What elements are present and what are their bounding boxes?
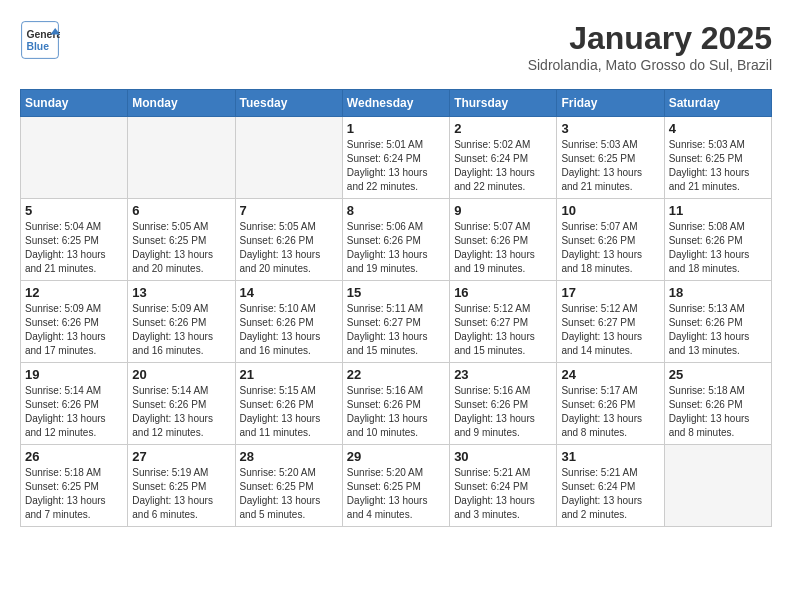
weekday-header: Tuesday: [235, 90, 342, 117]
weekday-header: Friday: [557, 90, 664, 117]
day-number: 22: [347, 367, 445, 382]
calendar-cell: 29Sunrise: 5:20 AM Sunset: 6:25 PM Dayli…: [342, 445, 449, 527]
calendar-cell: 9Sunrise: 5:07 AM Sunset: 6:26 PM Daylig…: [450, 199, 557, 281]
calendar-cell: 10Sunrise: 5:07 AM Sunset: 6:26 PM Dayli…: [557, 199, 664, 281]
day-number: 27: [132, 449, 230, 464]
day-number: 23: [454, 367, 552, 382]
day-number: 30: [454, 449, 552, 464]
calendar-cell: 11Sunrise: 5:08 AM Sunset: 6:26 PM Dayli…: [664, 199, 771, 281]
day-info: Sunrise: 5:21 AM Sunset: 6:24 PM Dayligh…: [454, 466, 552, 522]
day-number: 5: [25, 203, 123, 218]
day-info: Sunrise: 5:12 AM Sunset: 6:27 PM Dayligh…: [454, 302, 552, 358]
title-block: January 2025 Sidrolandia, Mato Grosso do…: [528, 20, 772, 73]
day-number: 21: [240, 367, 338, 382]
day-number: 14: [240, 285, 338, 300]
day-info: Sunrise: 5:09 AM Sunset: 6:26 PM Dayligh…: [25, 302, 123, 358]
calendar-cell: 1Sunrise: 5:01 AM Sunset: 6:24 PM Daylig…: [342, 117, 449, 199]
logo: General Blue: [20, 20, 64, 60]
calendar-week-row: 1Sunrise: 5:01 AM Sunset: 6:24 PM Daylig…: [21, 117, 772, 199]
weekday-header: Sunday: [21, 90, 128, 117]
day-number: 16: [454, 285, 552, 300]
weekday-header: Monday: [128, 90, 235, 117]
calendar-cell: 3Sunrise: 5:03 AM Sunset: 6:25 PM Daylig…: [557, 117, 664, 199]
day-number: 26: [25, 449, 123, 464]
svg-text:Blue: Blue: [26, 41, 49, 52]
calendar-cell: 28Sunrise: 5:20 AM Sunset: 6:25 PM Dayli…: [235, 445, 342, 527]
weekday-header: Wednesday: [342, 90, 449, 117]
day-info: Sunrise: 5:14 AM Sunset: 6:26 PM Dayligh…: [25, 384, 123, 440]
logo-icon: General Blue: [20, 20, 60, 60]
calendar-cell: 6Sunrise: 5:05 AM Sunset: 6:25 PM Daylig…: [128, 199, 235, 281]
day-info: Sunrise: 5:16 AM Sunset: 6:26 PM Dayligh…: [454, 384, 552, 440]
day-number: 8: [347, 203, 445, 218]
calendar-cell: 31Sunrise: 5:21 AM Sunset: 6:24 PM Dayli…: [557, 445, 664, 527]
day-number: 1: [347, 121, 445, 136]
calendar-cell: 4Sunrise: 5:03 AM Sunset: 6:25 PM Daylig…: [664, 117, 771, 199]
month-title: January 2025: [528, 20, 772, 57]
day-info: Sunrise: 5:17 AM Sunset: 6:26 PM Dayligh…: [561, 384, 659, 440]
day-info: Sunrise: 5:19 AM Sunset: 6:25 PM Dayligh…: [132, 466, 230, 522]
day-number: 19: [25, 367, 123, 382]
calendar-cell: 20Sunrise: 5:14 AM Sunset: 6:26 PM Dayli…: [128, 363, 235, 445]
day-info: Sunrise: 5:03 AM Sunset: 6:25 PM Dayligh…: [669, 138, 767, 194]
calendar-cell: [128, 117, 235, 199]
day-number: 18: [669, 285, 767, 300]
calendar-cell: 27Sunrise: 5:19 AM Sunset: 6:25 PM Dayli…: [128, 445, 235, 527]
weekday-header: Saturday: [664, 90, 771, 117]
day-number: 9: [454, 203, 552, 218]
day-info: Sunrise: 5:06 AM Sunset: 6:26 PM Dayligh…: [347, 220, 445, 276]
calendar-cell: 8Sunrise: 5:06 AM Sunset: 6:26 PM Daylig…: [342, 199, 449, 281]
day-number: 15: [347, 285, 445, 300]
day-number: 24: [561, 367, 659, 382]
day-info: Sunrise: 5:05 AM Sunset: 6:25 PM Dayligh…: [132, 220, 230, 276]
weekday-row: SundayMondayTuesdayWednesdayThursdayFrid…: [21, 90, 772, 117]
day-number: 25: [669, 367, 767, 382]
day-info: Sunrise: 5:20 AM Sunset: 6:25 PM Dayligh…: [240, 466, 338, 522]
calendar-cell: 24Sunrise: 5:17 AM Sunset: 6:26 PM Dayli…: [557, 363, 664, 445]
day-info: Sunrise: 5:09 AM Sunset: 6:26 PM Dayligh…: [132, 302, 230, 358]
calendar-week-row: 26Sunrise: 5:18 AM Sunset: 6:25 PM Dayli…: [21, 445, 772, 527]
day-info: Sunrise: 5:04 AM Sunset: 6:25 PM Dayligh…: [25, 220, 123, 276]
day-info: Sunrise: 5:15 AM Sunset: 6:26 PM Dayligh…: [240, 384, 338, 440]
day-number: 3: [561, 121, 659, 136]
calendar-week-row: 5Sunrise: 5:04 AM Sunset: 6:25 PM Daylig…: [21, 199, 772, 281]
page-header: General Blue January 2025 Sidrolandia, M…: [20, 20, 772, 73]
day-number: 31: [561, 449, 659, 464]
day-info: Sunrise: 5:08 AM Sunset: 6:26 PM Dayligh…: [669, 220, 767, 276]
day-info: Sunrise: 5:18 AM Sunset: 6:26 PM Dayligh…: [669, 384, 767, 440]
weekday-header: Thursday: [450, 90, 557, 117]
calendar-cell: 12Sunrise: 5:09 AM Sunset: 6:26 PM Dayli…: [21, 281, 128, 363]
calendar-header: SundayMondayTuesdayWednesdayThursdayFrid…: [21, 90, 772, 117]
day-number: 13: [132, 285, 230, 300]
calendar-week-row: 19Sunrise: 5:14 AM Sunset: 6:26 PM Dayli…: [21, 363, 772, 445]
day-number: 12: [25, 285, 123, 300]
calendar-cell: 17Sunrise: 5:12 AM Sunset: 6:27 PM Dayli…: [557, 281, 664, 363]
day-number: 17: [561, 285, 659, 300]
calendar-cell: [21, 117, 128, 199]
day-info: Sunrise: 5:20 AM Sunset: 6:25 PM Dayligh…: [347, 466, 445, 522]
calendar-cell: 30Sunrise: 5:21 AM Sunset: 6:24 PM Dayli…: [450, 445, 557, 527]
calendar-cell: 19Sunrise: 5:14 AM Sunset: 6:26 PM Dayli…: [21, 363, 128, 445]
day-info: Sunrise: 5:01 AM Sunset: 6:24 PM Dayligh…: [347, 138, 445, 194]
day-info: Sunrise: 5:12 AM Sunset: 6:27 PM Dayligh…: [561, 302, 659, 358]
calendar-cell: 7Sunrise: 5:05 AM Sunset: 6:26 PM Daylig…: [235, 199, 342, 281]
day-number: 10: [561, 203, 659, 218]
calendar-body: 1Sunrise: 5:01 AM Sunset: 6:24 PM Daylig…: [21, 117, 772, 527]
day-number: 7: [240, 203, 338, 218]
day-info: Sunrise: 5:18 AM Sunset: 6:25 PM Dayligh…: [25, 466, 123, 522]
svg-rect-0: [22, 22, 59, 59]
day-info: Sunrise: 5:14 AM Sunset: 6:26 PM Dayligh…: [132, 384, 230, 440]
calendar-cell: [664, 445, 771, 527]
day-info: Sunrise: 5:21 AM Sunset: 6:24 PM Dayligh…: [561, 466, 659, 522]
calendar-cell: 13Sunrise: 5:09 AM Sunset: 6:26 PM Dayli…: [128, 281, 235, 363]
day-info: Sunrise: 5:05 AM Sunset: 6:26 PM Dayligh…: [240, 220, 338, 276]
calendar-cell: 16Sunrise: 5:12 AM Sunset: 6:27 PM Dayli…: [450, 281, 557, 363]
calendar-cell: 23Sunrise: 5:16 AM Sunset: 6:26 PM Dayli…: [450, 363, 557, 445]
calendar-week-row: 12Sunrise: 5:09 AM Sunset: 6:26 PM Dayli…: [21, 281, 772, 363]
day-info: Sunrise: 5:16 AM Sunset: 6:26 PM Dayligh…: [347, 384, 445, 440]
calendar-cell: 15Sunrise: 5:11 AM Sunset: 6:27 PM Dayli…: [342, 281, 449, 363]
calendar-cell: 21Sunrise: 5:15 AM Sunset: 6:26 PM Dayli…: [235, 363, 342, 445]
calendar-cell: 18Sunrise: 5:13 AM Sunset: 6:26 PM Dayli…: [664, 281, 771, 363]
day-info: Sunrise: 5:02 AM Sunset: 6:24 PM Dayligh…: [454, 138, 552, 194]
calendar-cell: 2Sunrise: 5:02 AM Sunset: 6:24 PM Daylig…: [450, 117, 557, 199]
